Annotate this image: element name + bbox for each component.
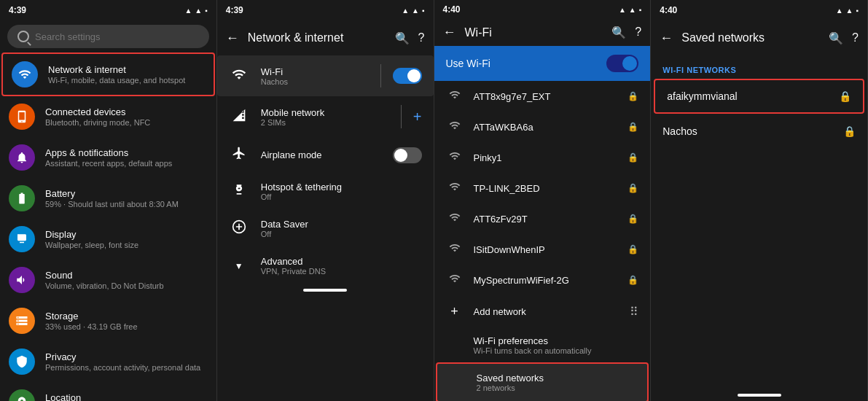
add-network-row[interactable]: + Add network ⠿ (434, 295, 651, 328)
network-internet-icon (12, 61, 38, 87)
settings-item-location[interactable]: Location On · 26 apps have access to loc… (0, 382, 216, 401)
wifi-preferences-row[interactable]: Wi-Fi preferences Wi-Fi turns back on au… (434, 328, 651, 362)
network-internet-subtitle: Wi-Fi, mobile, data usage, and hotspot (48, 76, 205, 85)
panel-2-header: ← Network & internet 🔍 ? (217, 20, 434, 55)
header-icons-3: 🔍 ? (611, 26, 641, 39)
back-button-2[interactable]: ← (226, 31, 239, 46)
wifi-network-att6zfv29t-name: ATT6zFv29T (474, 214, 618, 225)
back-button-3[interactable]: ← (443, 25, 456, 40)
hotspot-title: Hotspot & tethering (261, 182, 422, 192)
back-button-4[interactable]: ← (660, 31, 673, 46)
wifi-signal-network-icon-3 (446, 150, 464, 165)
lock-icon-tplink: 🔒 (627, 183, 638, 193)
wifi-networks-list: ATT8x9g7e7_EXT 🔒 ATTaWKBA6a 🔒 Pinky1 🔒 T… (434, 81, 651, 295)
help-header-icon-4[interactable]: ? (852, 31, 859, 45)
wifi-network-tplink[interactable]: TP-LINK_2BED 🔒 (434, 173, 651, 203)
help-header-icon-2[interactable]: ? (418, 31, 425, 45)
saved-network-nachos[interactable]: Nachos 🔒 (651, 115, 867, 147)
settings-item-battery[interactable]: Battery 59% · Should last until about 8:… (0, 178, 216, 219)
display-text: Display Wallpaper, sleep, font size (45, 229, 208, 249)
wifi-signal-network-icon-6 (446, 242, 464, 257)
wifi-network-pinky1[interactable]: Pinky1 🔒 (434, 142, 651, 173)
search-header-icon-2[interactable]: 🔍 (395, 31, 410, 45)
battery-settings-icon (9, 185, 35, 211)
wifi-networks-section-label: WI-FI NETWORKS (651, 55, 867, 79)
wifi-divider (380, 64, 381, 87)
advanced-item[interactable]: ▼ Advanced VPN, Private DNS (217, 247, 434, 284)
wifi-network-isitdown[interactable]: ISitDownWhenIP 🔒 (434, 234, 651, 265)
search-bar[interactable] (7, 25, 209, 48)
network-internet-title: Network & internet (48, 64, 205, 75)
settings-item-network-internet[interactable]: Network & internet Wi-Fi, mobile, data u… (1, 52, 215, 96)
airplane-title: Airplane mode (261, 149, 381, 160)
search-header-icon-4[interactable]: 🔍 (829, 31, 843, 45)
settings-item-privacy[interactable]: Privacy Permissions, account activity, p… (0, 341, 216, 382)
location-text: Location On · 26 apps have access to loc… (45, 392, 208, 401)
network-internet-text: Network & internet Wi-Fi, mobile, data u… (48, 64, 205, 85)
connected-devices-text: Connected devices Bluetooth, driving mod… (45, 106, 208, 127)
settings-item-storage[interactable]: Storage 33% used · 43.19 GB free (0, 300, 216, 341)
data-saver-text: Data Saver Off (261, 219, 422, 238)
mobile-network-icon (229, 108, 249, 126)
wifi-menu-item[interactable]: Wi-Fi Nachos (217, 55, 434, 96)
settings-item-display[interactable]: Display Wallpaper, sleep, font size (0, 219, 216, 260)
mobile-divider (401, 105, 402, 128)
privacy-text: Privacy Permissions, account activity, p… (45, 351, 208, 372)
qr-code-icon[interactable]: ⠿ (630, 305, 638, 319)
time-3: 4:40 (443, 4, 461, 15)
data-saver-icon (229, 219, 249, 238)
wifi-network-tplink-name: TP-LINK_2BED (474, 183, 618, 194)
storage-text: Storage 33% used · 43.19 GB free (45, 311, 208, 331)
airplane-toggle[interactable] (393, 147, 422, 163)
wifi-signal-network-icon-7 (446, 273, 464, 287)
settings-item-apps-notifications[interactable]: Apps & notifications Assistant, recent a… (0, 137, 216, 178)
hotspot-icon (229, 182, 249, 200)
search-header-icon-3[interactable]: 🔍 (611, 26, 626, 39)
use-wifi-toggle[interactable] (606, 55, 638, 72)
battery-title: Battery (45, 188, 208, 199)
sound-text: Sound Volume, vibration, Do Not Disturb (45, 270, 208, 290)
hotspot-item[interactable]: Hotspot & tethering Off (217, 173, 434, 210)
sound-settings-icon (9, 267, 35, 293)
panel-2-network-internet: 4:39 ▲ ▲ ▪ ← Network & internet 🔍 ? Wi-F… (217, 0, 434, 401)
data-saver-item[interactable]: Data Saver Off (217, 210, 434, 247)
privacy-subtitle: Permissions, account activity, personal … (45, 363, 208, 372)
panel-4-header: ← Saved networks 🔍 ? (651, 20, 867, 55)
mobile-signal-icon-4: ▲ (846, 7, 853, 15)
saved-lock-icon-afaikymm: 🔒 (839, 90, 851, 102)
use-wifi-row[interactable]: Use Wi-Fi (434, 46, 651, 81)
saved-network-afaikymm[interactable]: afaikymmvianal 🔒 (654, 79, 864, 114)
display-title: Display (45, 229, 208, 240)
apps-notifications-text: Apps & notifications Assistant, recent a… (45, 147, 208, 168)
mobile-signal-icon-3: ▲ (629, 6, 636, 14)
wifi-network-myspectrum[interactable]: MySpectrumWiFief-2G 🔒 (434, 265, 651, 295)
time-4: 4:40 (660, 5, 677, 15)
panel-4-title: Saved networks (681, 31, 820, 44)
settings-item-connected-devices[interactable]: Connected devices Bluetooth, driving mod… (0, 96, 216, 137)
battery-icon-2: ▪ (422, 7, 425, 15)
panel-1-main-menu: 4:39 ▲ ▲ ▪ Network & internet Wi-Fi, mob… (0, 0, 217, 401)
privacy-title: Privacy (45, 351, 208, 362)
use-wifi-label: Use Wi-Fi (446, 58, 607, 69)
wifi-network-att8x9[interactable]: ATT8x9g7e7_EXT 🔒 (434, 81, 651, 112)
help-header-icon-3[interactable]: ? (635, 26, 641, 39)
lock-icon-isitdown: 🔒 (627, 244, 638, 254)
wifi-toggle[interactable] (393, 68, 422, 84)
settings-list: Network & internet Wi-Fi, mobile, data u… (0, 52, 216, 401)
settings-item-sound[interactable]: Sound Volume, vibration, Do Not Disturb (0, 260, 216, 300)
airplane-toggle-knob (394, 149, 407, 162)
airplane-mode-item[interactable]: Airplane mode (217, 137, 434, 173)
display-subtitle: Wallpaper, sleep, font size (45, 241, 208, 249)
wifi-network-att6zfv29t[interactable]: ATT6zFv29T 🔒 (434, 203, 651, 234)
bottom-bar-4 (738, 394, 781, 397)
mobile-signal-icon: ▲ (195, 7, 202, 15)
saved-networks-row[interactable]: Saved networks 2 networks (436, 362, 649, 401)
wifi-network-attawkba6a[interactable]: ATTaWKBA6a 🔒 (434, 112, 651, 142)
status-icons-2: ▲ ▲ ▪ (402, 7, 424, 15)
lock-icon-attawkba6a: 🔒 (627, 122, 638, 132)
header-icons-4: 🔍 ? (829, 31, 859, 45)
saved-lock-icon-nachos: 🔒 (843, 125, 856, 137)
search-input[interactable] (35, 31, 199, 42)
mobile-network-item[interactable]: Mobile network 2 SIMs + (217, 96, 434, 137)
mobile-add-icon[interactable]: + (413, 109, 422, 125)
